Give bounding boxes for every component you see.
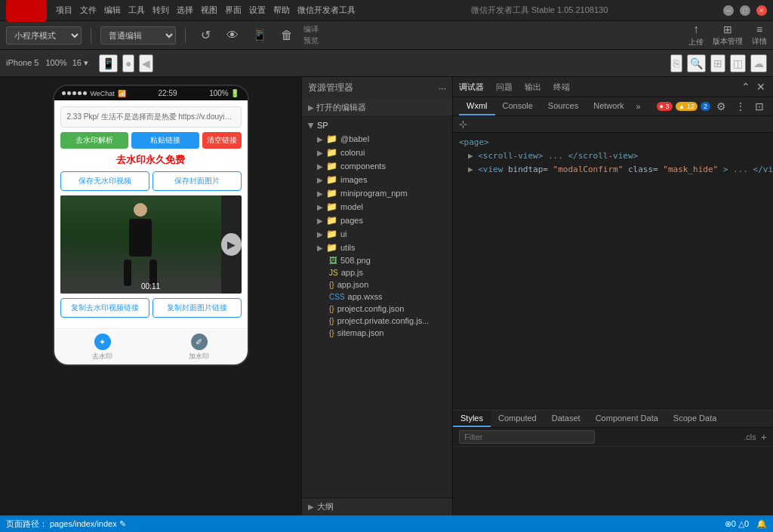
tree-item-appjson[interactable]: {} app.json (302, 278, 452, 291)
tree-item-components[interactable]: ▶ 📁 components (302, 159, 452, 173)
save-buttons-row: 保存无水印视频 保存封面图片 (60, 171, 242, 191)
bottom-tab-watermark-remove[interactable]: ✦ 去水印 (92, 334, 112, 361)
watermark-remove-icon: ✦ (94, 334, 111, 350)
tree-item-babel[interactable]: ▶ 📁 @babel (302, 132, 452, 146)
upload-button[interactable]: ↑ 上传 (688, 23, 704, 48)
bell-icon[interactable]: 🔔 (756, 519, 767, 529)
maximize-button[interactable]: □ (740, 5, 750, 16)
video-area[interactable]: ▶ 00:11 (60, 195, 242, 294)
tab-problems[interactable]: 问题 (496, 80, 513, 94)
tree-root-sp[interactable]: ▶ SP (302, 118, 452, 132)
close-button[interactable]: ✕ (756, 5, 767, 16)
search-icon[interactable]: 🔍 (687, 54, 706, 72)
tree-item-utils[interactable]: ▶ 📁 utils (302, 241, 452, 254)
menu-file[interactable]: 文件 (80, 5, 97, 16)
layout-icon[interactable]: ◫ (730, 54, 746, 72)
save-cover-button[interactable]: 保存封面图片 (152, 171, 242, 191)
menu-settings[interactable]: 设置 (249, 5, 266, 16)
version-manager-button[interactable]: ⊞ 版本管理 (713, 23, 743, 47)
inspector-tab-dataset[interactable]: Dataset (544, 411, 588, 427)
filter-input[interactable] (459, 430, 595, 444)
minimize-button[interactable]: ─ (723, 5, 734, 16)
tree-item-sitemap[interactable]: {} sitemap.json (302, 327, 452, 339)
view-arrow[interactable]: ▶ (468, 165, 478, 174)
parse-button[interactable]: 去水印解析 (60, 132, 128, 149)
signal-dot-3 (72, 91, 76, 95)
copy-icon[interactable]: ⎘ (670, 54, 682, 72)
tab-network[interactable]: Network (586, 97, 631, 115)
tree-item-projectprivate[interactable]: {} project.private.config.js... (302, 315, 452, 327)
tab-debugger[interactable]: 调试器 (459, 80, 484, 94)
tab-output[interactable]: 输出 (525, 80, 541, 94)
eye-icon[interactable]: 👁 (222, 26, 243, 45)
file-panel-more-icon[interactable]: ··· (439, 83, 446, 94)
inspect-cursor-icon[interactable]: ⊹ (459, 118, 467, 130)
battery-label: 100% 🔋 (209, 89, 239, 97)
bottom-tab-watermark-add[interactable]: ✐ 加水印 (189, 334, 209, 361)
inspector-tab-component-data[interactable]: Component Data (588, 411, 666, 427)
tree-item-appwxss[interactable]: CSS app.wxss (302, 291, 452, 303)
tree-item-appjs[interactable]: JS app.js (302, 266, 452, 278)
filter-add-btn[interactable]: + (761, 431, 767, 443)
tree-item-ui[interactable]: ▶ 📁 ui (302, 227, 452, 241)
tree-item-pages[interactable]: ▶ 📁 pages (302, 214, 452, 227)
clean-icon[interactable]: 🗑 (276, 26, 297, 45)
tab-terminal[interactable]: 终端 (553, 80, 570, 94)
inspector-tab-styles[interactable]: Styles (453, 411, 491, 427)
compile-select[interactable]: 普通编辑 (100, 26, 176, 45)
tree-item-colorui[interactable]: ▶ 📁 colorui (302, 146, 452, 159)
menu-ui[interactable]: 界面 (225, 5, 242, 16)
menu-edit[interactable]: 编辑 (104, 5, 121, 16)
inspector-tab-computed[interactable]: Computed (491, 411, 544, 427)
copy-cover-button[interactable]: 复制封面图片链接 (152, 298, 242, 318)
rewind-icon[interactable]: ◀ (139, 54, 153, 72)
scroll-view-arrow[interactable]: ▶ (468, 151, 478, 161)
grid-icon[interactable]: ⊞ (710, 54, 725, 72)
clear-button[interactable]: 清空链接 (202, 132, 242, 149)
menu-tools[interactable]: 工具 (128, 5, 145, 16)
tab-wxml[interactable]: Wxml (459, 97, 495, 115)
inspector-tab-scope-data[interactable]: Scope Data (666, 411, 724, 427)
tab-console[interactable]: Console (495, 97, 540, 115)
devtools-more-btn[interactable]: ⋮ (732, 99, 749, 114)
devtools-dock-btn[interactable]: ⊡ (752, 99, 767, 114)
devtools-close-btn[interactable]: ✕ (755, 79, 767, 94)
dot-icon[interactable]: ● (122, 54, 134, 72)
copy-video-button[interactable]: 复制去水印视频链接 (60, 298, 149, 318)
tree-item-miniprogram-npm[interactable]: ▶ 📁 miniprogram_npm (302, 186, 452, 200)
refresh-icon[interactable]: ↺ (195, 26, 216, 45)
devtools-expand-btn[interactable]: ⌃ (740, 79, 752, 94)
main-area: WeChat 📶 22:59 100% 🔋 2.33 Pkp/ 生活不是选择而是… (0, 77, 773, 515)
filter-cls-btn[interactable]: .cls (744, 432, 756, 441)
tree-item-model[interactable]: ▶ 📁 model (302, 200, 452, 214)
paste-button[interactable]: 粘贴链接 (131, 132, 199, 149)
signal-dot-1 (62, 91, 66, 95)
outline-section[interactable]: ▶ 大纲 (302, 497, 452, 515)
url-input[interactable]: 2.33 Pkp/ 生活不是选择而是热爱 https://v.douyin.c (60, 106, 242, 128)
detail-button[interactable]: ≡ 详情 (752, 23, 767, 47)
tree-item-508png[interactable]: 🖼 508.png (302, 254, 452, 266)
more-tabs-btn[interactable]: » (632, 98, 645, 115)
tree-item-images[interactable]: ▶ 📁 images (302, 173, 452, 186)
menu-view[interactable]: 视图 (201, 5, 217, 16)
devtools-settings-btn[interactable]: ⚙ (713, 99, 729, 114)
cloud-icon[interactable]: ☁ (750, 54, 767, 72)
play-button-icon[interactable]: ▶ (221, 233, 242, 256)
js-file-icon: JS (329, 269, 338, 277)
wxml-line-view-modal[interactable]: ▶ <view bindtap= "modalConfirm" class= "… (459, 163, 767, 177)
wxml-line-scrollview[interactable]: ▶ <scroll-view> ... </scroll-view> (459, 149, 767, 163)
device-icon[interactable]: 📱 (249, 26, 270, 45)
statusbar-breadcrumb[interactable]: 页面路径： pages/index/index ✎ (6, 518, 126, 530)
wxss-file-icon: CSS (329, 293, 345, 301)
menu-select[interactable]: 选择 (177, 5, 193, 16)
save-video-button[interactable]: 保存无水印视频 (60, 171, 149, 191)
mode-select[interactable]: 小程序模式 (6, 26, 82, 45)
tree-item-projectconfig[interactable]: {} project.config.json (302, 303, 452, 315)
menu-project[interactable]: 项目 (56, 5, 72, 16)
menu-help[interactable]: 帮助 (273, 5, 290, 16)
open-editors-arrow[interactable]: ▶ (308, 103, 314, 112)
tab-sources[interactable]: Sources (540, 97, 586, 115)
menu-goto[interactable]: 转到 (152, 5, 169, 16)
phone-icon[interactable]: 📱 (99, 54, 118, 72)
menu-devtools[interactable]: 微信开发者工具 (297, 5, 356, 16)
